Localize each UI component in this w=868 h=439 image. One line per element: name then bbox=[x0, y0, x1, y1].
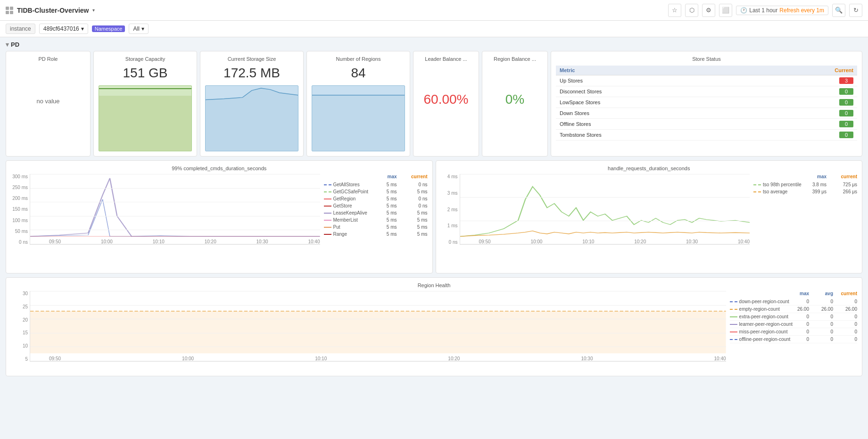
rh-avg-val: 0 bbox=[817, 299, 833, 304]
hr-grid-lines bbox=[460, 174, 750, 244]
hr-legend-current-header: current bbox=[836, 174, 857, 179]
num-regions-value: 84 bbox=[351, 66, 365, 81]
legend-line-icon bbox=[324, 199, 331, 199]
store-status-row: Offline Stores0 bbox=[556, 119, 857, 130]
charts-row: 99% completed_cmds_duration_seconds 300 … bbox=[6, 160, 862, 273]
legend-label: tso average bbox=[753, 189, 805, 194]
x-axis-label: 10:10 bbox=[153, 239, 165, 244]
rh-avg-val: 26.00 bbox=[817, 306, 833, 312]
rh-y-axis: 30252015105 bbox=[11, 291, 30, 362]
refresh-button[interactable]: ↻ bbox=[849, 4, 862, 17]
leader-balance-chart: 60.00% bbox=[418, 66, 474, 133]
store-status-row: Up Stores3 bbox=[556, 75, 857, 86]
rh-current-val: 0 bbox=[841, 314, 857, 319]
legend-current-val: 5 ms bbox=[406, 224, 428, 230]
cmd-duration-legend: maxcurrent GetAllStores 5 ms 0 ns GetGCS… bbox=[324, 174, 428, 268]
hr-plot: 09:5010:0010:1010:2010:3010:40 bbox=[460, 174, 750, 245]
region-legend-row: miss-peer-region-count 0 0 0 bbox=[730, 328, 857, 336]
rh-avg-header: avg bbox=[817, 291, 833, 296]
current-storage-chart bbox=[205, 85, 298, 151]
region-balance-chart: 0% bbox=[487, 66, 543, 133]
legend-label: GetAllStores bbox=[324, 182, 376, 187]
legend-row: GetAllStores 5 ms 0 ns bbox=[324, 181, 428, 188]
toolbar: instance 489cf6437016 ▾ Namespace All ▾ bbox=[0, 21, 868, 37]
store-status-row: Tombstone Stores0 bbox=[556, 130, 857, 141]
y-axis-label: 0 ns bbox=[19, 240, 28, 245]
time-range-control[interactable]: 🕐 Last 1 hour Refresh every 1m bbox=[736, 6, 828, 15]
app-icon bbox=[6, 7, 13, 14]
y-axis-label: 50 ms bbox=[15, 229, 28, 234]
rh-max-val: 0 bbox=[793, 322, 809, 327]
hr-legend-max-header: max bbox=[805, 174, 827, 179]
current-storage-value: 172.5 MB bbox=[223, 66, 280, 81]
settings-button[interactable]: ⚙ bbox=[702, 4, 715, 17]
tv-button[interactable]: ⬜ bbox=[719, 4, 732, 17]
cmd-duration-area: 300 ms250 ms200 ms150 ms100 ms50 ms0 ns bbox=[11, 174, 428, 268]
region-health-legend: max avg current down-peer-region-count 0… bbox=[730, 291, 857, 371]
storage-capacity-value: 151 GB bbox=[123, 66, 168, 81]
legend-line-icon bbox=[324, 191, 331, 192]
cmd-plot: 09:5010:0010:1010:2010:3010:40 bbox=[30, 174, 320, 245]
region-health-area: 30252015105 09:5010:0010:1010:2010:3010:… bbox=[11, 291, 857, 371]
y-axis-label: 20 bbox=[23, 317, 28, 323]
pd-section-header: ▾ PD bbox=[6, 41, 862, 48]
namespace-select[interactable]: All ▾ bbox=[129, 24, 148, 34]
x-axis-label: 10:40 bbox=[308, 239, 320, 244]
legend-label: MemberList bbox=[324, 217, 376, 223]
legend-max-val: 5 ms bbox=[376, 189, 397, 194]
handle-requests-canvas: 4 ms3 ms2 ms1 ms0 ns 09:5010 bbox=[441, 174, 750, 268]
handle-requests-title: handle_requests_duration_seconds bbox=[441, 166, 858, 171]
legend-line-icon bbox=[324, 184, 331, 185]
legend-label: Put bbox=[324, 224, 376, 230]
svg-marker-0 bbox=[206, 88, 298, 151]
region-health-card: Region Health 30252015105 bbox=[6, 277, 862, 376]
store-metric-label: Offline Stores bbox=[556, 119, 753, 130]
search-button[interactable]: 🔍 bbox=[832, 4, 845, 17]
legend-line-icon bbox=[753, 191, 761, 192]
store-value-badge: 0 bbox=[839, 121, 853, 127]
metric-col-header: Metric bbox=[556, 66, 753, 75]
region-legend-row: down-peer-region-count 0 0 0 bbox=[730, 298, 857, 306]
y-axis-label: 10 bbox=[23, 343, 28, 348]
star-button[interactable]: ☆ bbox=[668, 4, 681, 17]
legend-line-icon bbox=[753, 184, 761, 185]
x-axis-label: 09:50 bbox=[49, 239, 61, 244]
y-axis-label: 4 ms bbox=[447, 174, 458, 179]
rh-current-val: 0 bbox=[841, 329, 857, 334]
cmd-grid-lines bbox=[30, 174, 320, 244]
region-legend-row: offline-peer-region-count 0 0 0 bbox=[730, 336, 857, 343]
hr-x-axis: 09:5010:0010:1010:2010:3010:40 bbox=[479, 239, 750, 244]
share-button[interactable]: ⬡ bbox=[685, 4, 698, 17]
legend-max-val: 3.8 ms bbox=[805, 182, 827, 187]
header: TIDB-Cluster-Overview ▾ ☆ ⬡ ⚙ ⬜ 🕐 Last 1… bbox=[0, 0, 868, 21]
legend-row: tso 98th percentile 3.8 ms 725 μs bbox=[753, 181, 857, 188]
legend-line-icon bbox=[324, 206, 331, 207]
x-axis-label: 10:00 bbox=[101, 239, 113, 244]
header-left: TIDB-Cluster-Overview ▾ bbox=[6, 7, 95, 14]
rh-max-header: max bbox=[793, 291, 809, 296]
legend-label: GetGCSafePoint bbox=[324, 189, 376, 194]
rh-plot: 09:5010:0010:1010:2010:3010:40 bbox=[30, 291, 726, 362]
pd-collapse-icon[interactable]: ▾ bbox=[6, 41, 9, 48]
svg-rect-1 bbox=[312, 95, 405, 151]
region-legend-line-icon bbox=[730, 331, 737, 332]
cmd-x-axis: 09:5010:0010:1010:2010:3010:40 bbox=[49, 239, 320, 244]
legend-row: Range 5 ms 5 ms bbox=[324, 231, 428, 238]
time-range-label: Last 1 hour bbox=[749, 7, 777, 14]
y-axis-label: 0 ns bbox=[449, 240, 458, 245]
region-legend-row: extra-peer-region-count 0 0 0 bbox=[730, 313, 857, 321]
legend-current-val: 5 ms bbox=[406, 210, 428, 215]
y-axis-label: 100 ms bbox=[12, 218, 28, 223]
store-metric-label: LowSpace Stores bbox=[556, 97, 753, 108]
app-title: TIDB-Cluster-Overview bbox=[17, 7, 89, 14]
rh-max-val: 0 bbox=[793, 314, 809, 319]
x-axis-label: 09:50 bbox=[49, 356, 61, 361]
region-legend-line-icon bbox=[730, 301, 737, 302]
region-legend-line-icon bbox=[730, 309, 737, 310]
x-axis-label: 10:30 bbox=[256, 239, 268, 244]
instance-select[interactable]: 489cf6437016 ▾ bbox=[39, 24, 88, 34]
y-axis-label: 5 bbox=[25, 356, 28, 362]
title-dropdown-icon[interactable]: ▾ bbox=[92, 8, 95, 13]
legend-max-val: 5 ms bbox=[376, 217, 397, 223]
clock-icon: 🕐 bbox=[740, 7, 747, 14]
